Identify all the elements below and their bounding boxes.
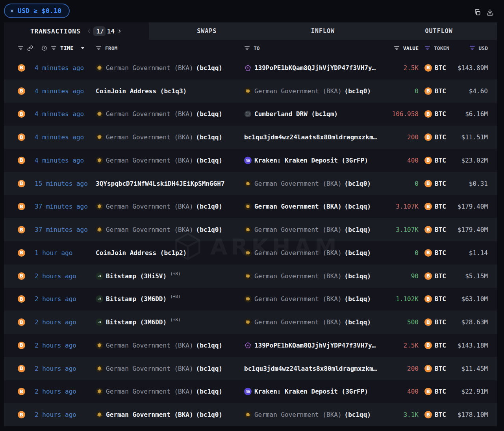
usd-filter-icon[interactable] — [469, 45, 475, 51]
btc-token-icon: B — [424, 249, 432, 257]
table-row[interactable]: B 4 minutes ago German Government (BKA)(… — [4, 149, 497, 172]
from-entity[interactable]: German Government (BKA)(bc1qq) — [96, 64, 244, 72]
from-entity[interactable]: German Government (BKA)(bc1q0) — [96, 411, 244, 418]
btc-chain-icon: B — [18, 272, 25, 280]
to-entity[interactable]: 139PoPE1bKQam8QJjhVjYDP47f3VH7y… — [244, 64, 383, 72]
to-entity[interactable]: Kraken: Kraken Deposit (3GrFP) — [244, 388, 383, 395]
from-entity[interactable]: xBBitstamp (3M6DD)(+8) — [96, 295, 244, 303]
to-filter-icon[interactable] — [244, 45, 250, 51]
bitstamp-icon: xB — [96, 295, 103, 303]
from-entity[interactable]: German Government (BKA)(bc1qq) — [96, 157, 244, 164]
next-page-icon[interactable] — [117, 28, 122, 34]
table-row[interactable]: B 4 minutes ago German Government (BKA)(… — [4, 56, 497, 80]
tab-inflow[interactable]: INFLOW — [265, 22, 381, 40]
to-entity[interactable]: German Government (BKA)(bc1q0) — [244, 87, 383, 95]
clock-icon[interactable] — [41, 45, 47, 51]
col-time[interactable]: TIME — [60, 45, 74, 51]
col-usd[interactable]: USD — [479, 45, 488, 51]
tx-time-link[interactable]: 15 minutes ago — [35, 180, 88, 187]
table-row[interactable]: B 4 minutes ago German Government (BKA)(… — [4, 103, 497, 126]
copy-icon[interactable] — [474, 9, 481, 16]
to-entity[interactable]: German Government (BKA)(bc1qq) — [244, 203, 383, 210]
to-entity[interactable]: bc1qu3jdm4wz24laats8x80mldragmxzkm… — [244, 133, 383, 141]
token-cell: B BTC — [424, 157, 458, 164]
table-row[interactable]: B 2 hours ago German Government (BKA)(bc… — [4, 380, 497, 403]
tx-time-link[interactable]: 1 hour ago — [35, 249, 72, 257]
from-entity[interactable]: xBBitstamp (3M6DD)(+8) — [96, 318, 244, 326]
tab-swaps[interactable]: SWAPS — [149, 22, 265, 40]
table-row[interactable]: B 2 hours ago xBBitstamp (3M6DD)(+8) Ger… — [4, 311, 497, 334]
link-icon[interactable] — [27, 45, 33, 51]
table-row[interactable]: B 4 minutes ago German Government (BKA)(… — [4, 126, 497, 149]
download-icon[interactable] — [486, 9, 494, 16]
to-entity[interactable]: German Government (BKA)(bc1qq) — [244, 272, 383, 280]
from-entity[interactable]: CoinJoin Address (bc1q3) — [96, 87, 244, 95]
table-row[interactable]: B 2 hours ago German Government (BKA)(bc… — [4, 357, 497, 380]
to-entity[interactable]: German Government (BKA)(bc1qq) — [244, 411, 383, 418]
svg-text:x: x — [98, 275, 99, 278]
tx-time-link[interactable]: 37 minutes ago — [35, 203, 88, 210]
table-row[interactable]: B 37 minutes ago German Government (BKA)… — [4, 218, 497, 241]
to-entity[interactable]: German Government (BKA)(bc1qq) — [244, 249, 383, 257]
to-entity[interactable]: German Government (BKA)(bc1qq) — [244, 226, 383, 233]
tx-time-link[interactable]: 4 minutes ago — [35, 133, 84, 141]
from-entity[interactable]: German Government (BKA)(bc1qq) — [96, 110, 244, 118]
chip-close-icon[interactable]: × — [10, 7, 14, 15]
tx-time-link[interactable]: 2 hours ago — [35, 295, 76, 303]
to-entity[interactable]: German Government (BKA)(bc1qq) — [244, 318, 383, 326]
tx-time-link[interactable]: 2 hours ago — [35, 365, 76, 372]
tx-value: 500 — [407, 318, 419, 326]
from-entity[interactable]: German Government (BKA)(bc1q0) — [96, 226, 244, 233]
from-entity[interactable]: xBBitstamp (3Hi5V)(+8) — [96, 272, 244, 280]
from-filter-icon[interactable] — [96, 45, 102, 51]
tx-time-link[interactable]: 2 hours ago — [35, 342, 76, 349]
table-row[interactable]: B 4 minutes ago CoinJoin Address (bc1q3)… — [4, 80, 497, 103]
from-entity[interactable]: 3QYspqbcD7iNfW4LskiDH4JEiKpSMnGGH7 — [96, 180, 244, 187]
tx-time-link[interactable]: 37 minutes ago — [35, 226, 88, 233]
to-entity[interactable]: Kraken: Kraken Deposit (3GrFP) — [244, 157, 383, 164]
col-from[interactable]: FROM — [105, 45, 117, 51]
to-entity[interactable]: German Government (BKA)(bc1qq) — [244, 295, 383, 303]
tab-outflow[interactable]: OUTFLOW — [381, 22, 497, 40]
tab-transactions[interactable]: TRANSACTIONS 1/ 14 — [4, 22, 149, 40]
col-token[interactable]: TOKEN — [434, 45, 449, 51]
table-row[interactable]: B 1 hour ago CoinJoin Address (bc1p2) Ge… — [4, 241, 497, 265]
from-entity[interactable]: CoinJoin Address (bc1p2) — [96, 249, 244, 257]
time-caret-icon[interactable] — [81, 47, 85, 49]
tx-time-link[interactable]: 2 hours ago — [35, 411, 76, 418]
entity-name: German Government (BKA) — [106, 110, 193, 118]
to-entity[interactable]: Cumberland DRW (bc1qm) — [244, 110, 383, 118]
from-entity[interactable]: German Government (BKA)(bc1qq) — [96, 133, 244, 141]
col-to[interactable]: TO — [254, 45, 260, 51]
tx-time-link[interactable]: 2 hours ago — [35, 388, 76, 395]
tx-time-link[interactable]: 2 hours ago — [35, 318, 76, 326]
time-filter-icon[interactable] — [18, 45, 24, 51]
time-sort-icon[interactable] — [51, 45, 57, 51]
usd-filter-chip[interactable]: × USD ≥ $0.10 — [4, 4, 70, 18]
col-value[interactable]: VALUE — [403, 45, 419, 51]
to-entity[interactable]: German Government (BKA)(bc1q0) — [244, 180, 383, 187]
transactions-tab-label: TRANSACTIONS — [30, 28, 81, 35]
table-row[interactable]: B 15 minutes ago 3QYspqbcD7iNfW4LskiDH4J… — [4, 172, 497, 195]
tx-time-link[interactable]: 4 minutes ago — [35, 110, 84, 118]
token-filter-icon[interactable] — [424, 45, 430, 51]
tx-time-link[interactable]: 4 minutes ago — [35, 87, 84, 95]
table-body: ARKHAM B 4 minutes ago German Government… — [4, 56, 497, 426]
btc-token-icon: B — [424, 180, 432, 187]
table-row[interactable]: B 2 hours ago German Government (BKA)(bc… — [4, 403, 497, 426]
tx-time-link[interactable]: 4 minutes ago — [35, 157, 84, 164]
table-row[interactable]: B 2 hours ago xBBitstamp (3Hi5V)(+8) Ger… — [4, 265, 497, 288]
from-entity[interactable]: German Government (BKA)(bc1qq) — [96, 342, 244, 349]
tx-time-link[interactable]: 4 minutes ago — [35, 64, 84, 72]
to-entity[interactable]: bc1qu3jdm4wz24laats8x80mldragmxzkm… — [244, 365, 383, 372]
from-entity[interactable]: German Government (BKA)(bc1qq) — [96, 365, 244, 372]
value-filter-icon[interactable] — [394, 45, 400, 51]
to-entity[interactable]: 139PoPE1bKQam8QJjhVjYDP47f3VH7y… — [244, 342, 383, 349]
tx-time-link[interactable]: 2 hours ago — [35, 272, 76, 280]
from-entity[interactable]: German Government (BKA)(bc1qq) — [96, 388, 244, 395]
from-entity[interactable]: German Government (BKA)(bc1q0) — [96, 203, 244, 210]
prev-page-icon[interactable] — [86, 28, 92, 34]
table-row[interactable]: B 2 hours ago German Government (BKA)(bc… — [4, 334, 497, 357]
table-row[interactable]: B 37 minutes ago German Government (BKA)… — [4, 195, 497, 218]
table-row[interactable]: B 2 hours ago xBBitstamp (3M6DD)(+8) Ger… — [4, 288, 497, 311]
